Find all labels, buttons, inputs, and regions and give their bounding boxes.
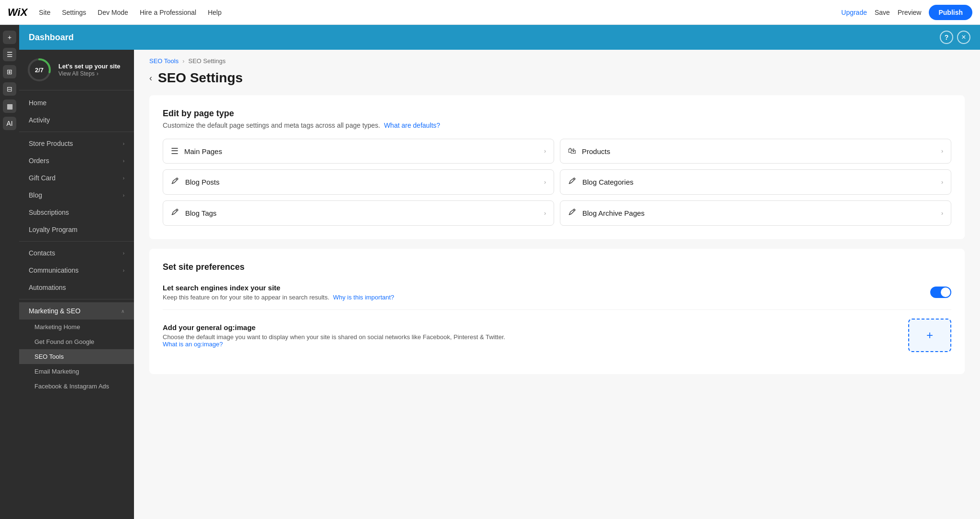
publish-button[interactable]: Publish	[929, 5, 972, 20]
top-bar: WiX Site Settings Dev Mode Hire a Profes…	[0, 0, 980, 25]
top-actions: Upgrade Save Preview Publish	[841, 5, 972, 20]
wix-logo: WiX	[8, 6, 27, 19]
nav-help[interactable]: Help	[208, 9, 222, 16]
nav-settings[interactable]: Settings	[62, 9, 86, 16]
nav-site[interactable]: Site	[39, 9, 50, 16]
nav-devmode[interactable]: Dev Mode	[98, 9, 128, 16]
nav-hire[interactable]: Hire a Professional	[140, 9, 196, 16]
top-nav: Site Settings Dev Mode Hire a Profession…	[39, 9, 841, 16]
upgrade-button[interactable]: Upgrade	[841, 9, 867, 16]
preview-button[interactable]: Preview	[898, 9, 922, 16]
save-button[interactable]: Save	[875, 9, 890, 16]
